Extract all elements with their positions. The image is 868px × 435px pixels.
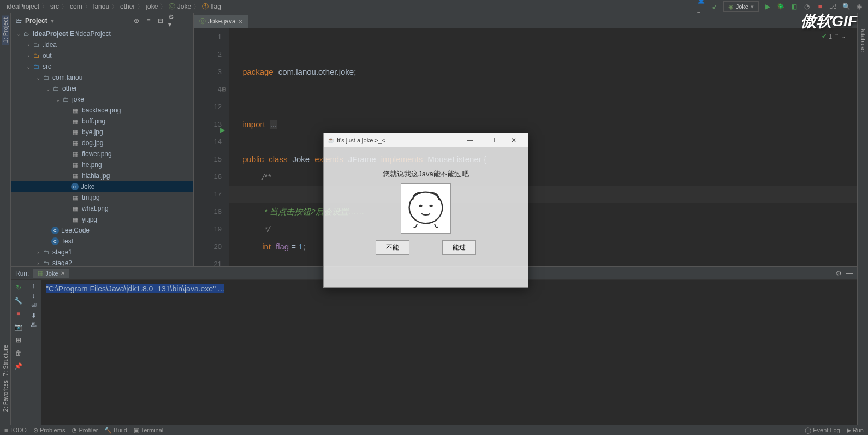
tree-item[interactable]: ›🗀stage1 bbox=[11, 247, 193, 258]
hide-icon[interactable]: — bbox=[180, 16, 189, 25]
git-icon[interactable]: ⎇ bbox=[829, 2, 837, 11]
joke-dialog: ☕ It's just a joke >_< — ☐ ✕ 您就说我这Java能不… bbox=[323, 133, 528, 288]
layout-icon[interactable]: ⊞ bbox=[13, 335, 24, 345]
structure-tool-button[interactable]: 7: Structure bbox=[2, 343, 9, 378]
up-icon[interactable]: ↑ bbox=[32, 282, 35, 290]
tree-item[interactable]: ⌄🗀src bbox=[11, 61, 193, 72]
tree-item[interactable]: ▦backface.png bbox=[11, 105, 193, 116]
run-button[interactable]: ▶ Run bbox=[847, 427, 864, 434]
tree-item[interactable]: ⌄🗀other bbox=[11, 83, 193, 94]
run-label: Run: bbox=[15, 270, 29, 277]
left-tool-stripe: 1: Project 7: Structure 2: Favorites bbox=[0, 13, 11, 425]
tree-item[interactable]: CLeetCode bbox=[11, 225, 193, 236]
no-button[interactable]: 不能 bbox=[376, 240, 409, 255]
pin-icon[interactable]: 📌 bbox=[13, 361, 24, 372]
close-icon[interactable]: ✕ bbox=[503, 136, 525, 144]
project-tree[interactable]: ⌄🗁ideaProject E:\ideaProject›🗀.idea›🗀out… bbox=[11, 28, 193, 266]
expand-icon[interactable]: ≡ bbox=[144, 16, 153, 25]
tree-item[interactable]: ⌄🗀com.lanou bbox=[11, 72, 193, 83]
breadcrumb: ideaProject〉 src〉 com〉 lanou〉 other〉 jok… bbox=[0, 0, 868, 13]
user-icon[interactable]: 👤▾ bbox=[697, 2, 706, 11]
breadcrumb-item[interactable]: src bbox=[48, 0, 61, 13]
run-tool-window: Run: ▦ Joke ✕ ⚙ — ↻ 🔧 ■ 📷 ⊞ 🗑 � bbox=[11, 266, 857, 425]
down-icon[interactable]: ↓ bbox=[32, 292, 35, 300]
dialog-message: 您就说我这Java能不能过吧 bbox=[335, 169, 517, 179]
debug-icon[interactable]: 🪲 bbox=[776, 2, 785, 11]
hide-icon[interactable]: — bbox=[846, 270, 853, 277]
breadcrumb-item[interactable]: lanou bbox=[91, 0, 111, 13]
tree-item[interactable]: ▦hiahia.jpg bbox=[11, 170, 193, 181]
scroll-icon[interactable]: ⬇ bbox=[31, 312, 37, 319]
camera-icon[interactable]: 📷 bbox=[13, 321, 24, 332]
problems-button[interactable]: ⊘ Problems bbox=[33, 427, 66, 434]
run-icon[interactable]: ▶ bbox=[763, 2, 772, 11]
tree-item[interactable]: ▦tm.jpg bbox=[11, 192, 193, 203]
settings-icon[interactable]: ⚙ ▾ bbox=[168, 16, 177, 25]
favorites-tool-button[interactable]: 2: Favorites bbox=[2, 378, 9, 414]
run-toolbar-2: ↑ ↓ ⏎ ⬇ 🖶 bbox=[26, 280, 41, 425]
tree-item[interactable]: ›🗀stage2 bbox=[11, 258, 193, 266]
profiler-icon[interactable]: ◔ bbox=[802, 2, 811, 11]
java-icon: ☕ bbox=[327, 136, 335, 144]
event-log-button[interactable]: ◯ Event Log bbox=[805, 427, 840, 434]
search-icon[interactable]: 🔍 bbox=[842, 2, 851, 11]
rerun-icon[interactable]: ↻ bbox=[13, 282, 24, 293]
coverage-icon[interactable]: ◧ bbox=[789, 2, 798, 11]
trash-icon[interactable]: 🗑 bbox=[13, 348, 24, 359]
tree-item[interactable]: CTest bbox=[11, 236, 193, 247]
tree-root[interactable]: ⌄🗁ideaProject E:\ideaProject bbox=[11, 28, 193, 39]
svg-point-1 bbox=[419, 205, 422, 207]
inspection-widget[interactable]: ✔ 1 ⌃⌄ bbox=[822, 33, 846, 40]
tree-item[interactable]: ▦buff.png bbox=[11, 116, 193, 127]
breadcrumb-item[interactable]: ideaProject bbox=[4, 0, 41, 13]
stop-icon[interactable]: ■ bbox=[13, 308, 24, 319]
tree-item[interactable]: ›🗀out bbox=[11, 50, 193, 61]
tool-icon[interactable]: 🔧 bbox=[13, 295, 24, 306]
settings-icon[interactable]: ◉ bbox=[855, 2, 864, 11]
breadcrumb-item[interactable]: com bbox=[68, 0, 85, 13]
settings-icon[interactable]: ⚙ bbox=[836, 270, 842, 277]
svg-point-2 bbox=[429, 205, 432, 207]
status-bar: ≡ TODO ⊘ Problems ◔ Profiler 🔨 Build ▣ T… bbox=[0, 425, 868, 435]
editor-gutter: 123412▶131415161718192021 bbox=[194, 28, 229, 266]
locate-icon[interactable]: ⊕ bbox=[132, 16, 141, 25]
breadcrumb-item[interactable]: ⓒ Joke bbox=[167, 0, 193, 13]
tree-item[interactable]: ▦dog.jpg bbox=[11, 138, 193, 148]
tree-item[interactable]: CJoke bbox=[11, 181, 193, 192]
console-output[interactable]: "C:\Program Files\Java\jdk1.8.0_131\bin\… bbox=[41, 280, 857, 425]
wrap-icon[interactable]: ⏎ bbox=[31, 302, 37, 309]
todo-button[interactable]: ≡ TODO bbox=[4, 427, 27, 433]
project-panel-title: Project bbox=[25, 17, 47, 25]
minimize-icon[interactable]: — bbox=[459, 136, 481, 144]
profiler-button[interactable]: ◔ Profiler bbox=[72, 427, 98, 434]
tree-item[interactable]: ›🗀.idea bbox=[11, 39, 193, 50]
tree-item[interactable]: ▦what.png bbox=[11, 203, 193, 214]
tree-item[interactable]: ▦he.png bbox=[11, 159, 193, 170]
tree-item[interactable]: ⌄🗀joke bbox=[11, 94, 193, 105]
editor-tab[interactable]: ⓒ Joke.java ✕ bbox=[194, 15, 248, 28]
dialog-image bbox=[401, 183, 451, 234]
yes-button[interactable]: 能过 bbox=[442, 240, 476, 255]
breadcrumb-item[interactable]: other bbox=[118, 0, 137, 13]
print-icon[interactable]: 🖶 bbox=[31, 321, 37, 329]
dialog-titlebar[interactable]: ☕ It's just a joke >_< — ☐ ✕ bbox=[324, 133, 528, 147]
sync-icon[interactable]: ↙ bbox=[710, 2, 719, 11]
build-button[interactable]: 🔨 Build bbox=[104, 427, 127, 434]
run-config-selector[interactable]: ◉ Joke ▾ bbox=[723, 1, 759, 12]
gutter-run-icon[interactable]: ▶ bbox=[220, 121, 225, 139]
tree-item[interactable]: ▦flower.png bbox=[11, 148, 193, 159]
database-tool-button[interactable]: Database bbox=[860, 24, 866, 54]
close-tab-icon[interactable]: ✕ bbox=[238, 19, 242, 25]
collapse-icon[interactable]: ⊟ bbox=[156, 16, 165, 25]
project-tool-button[interactable]: 1: Project bbox=[2, 15, 9, 45]
terminal-button[interactable]: ▣ Terminal bbox=[134, 427, 163, 434]
breadcrumb-item[interactable]: joke bbox=[144, 0, 160, 13]
project-panel-header: 🗁 Project ▾ ⊕ ≡ ⊟ ⚙ ▾ — bbox=[11, 13, 193, 28]
stop-icon[interactable]: ■ bbox=[816, 2, 824, 11]
dialog-body: 您就说我这Java能不能过吧 不能 能过 bbox=[324, 147, 528, 255]
maximize-icon[interactable]: ☐ bbox=[481, 136, 503, 144]
breadcrumb-item[interactable]: ⓕ flag bbox=[200, 0, 223, 13]
tree-item[interactable]: ▦yi.jpg bbox=[11, 214, 193, 225]
tree-item[interactable]: ▦bye.jpg bbox=[11, 127, 193, 138]
run-tab[interactable]: ▦ Joke ✕ bbox=[33, 269, 69, 278]
